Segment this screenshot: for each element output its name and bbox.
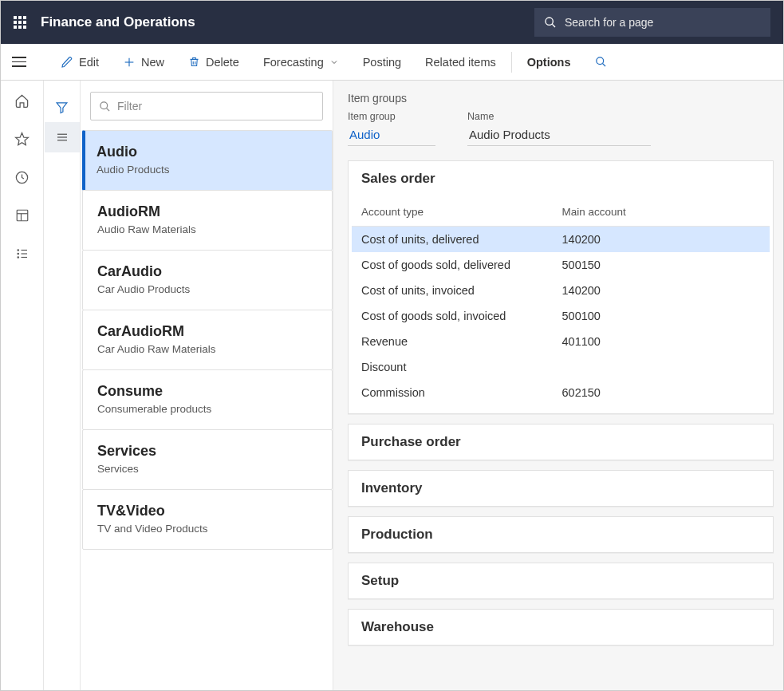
sales-order-table: Account type Main account Cost of units,…	[352, 198, 770, 405]
list-item[interactable]: AudioRMAudio Raw Materials	[82, 190, 333, 251]
list-item-code: AudioRM	[97, 203, 317, 220]
fasttab-label: Warehouse	[349, 610, 773, 645]
cell-account-type: Cost of units, invoiced	[352, 278, 553, 303]
list-item-code: CarAudio	[97, 263, 317, 280]
home-icon[interactable]	[14, 92, 31, 109]
list-filter-input[interactable]	[117, 100, 314, 113]
name-label: Name	[467, 111, 651, 122]
list-item[interactable]: CarAudioCar Audio Products	[82, 250, 333, 310]
page-title: Item groups	[348, 92, 774, 105]
svg-point-4	[596, 57, 603, 65]
detail-pane: Item groups Item group Audio Name Audio …	[333, 81, 783, 690]
fasttab-setup[interactable]: Setup	[348, 563, 774, 599]
table-row[interactable]: Revenue401100	[352, 329, 770, 354]
table-row[interactable]: Cost of units, delivered140200	[352, 227, 770, 253]
cell-account-type: Cost of goods sold, delivered	[352, 252, 553, 278]
list-item-code: Services	[97, 443, 317, 460]
left-nav-rail	[1, 81, 44, 690]
fasttab-inventory[interactable]: Inventory	[348, 470, 774, 507]
table-row[interactable]: Cost of units, invoiced140200	[352, 278, 770, 303]
edit-button[interactable]: Edit	[49, 44, 111, 80]
cell-account-type: Discount	[352, 354, 553, 380]
separator	[511, 52, 512, 73]
related-items-button[interactable]: Related items	[413, 44, 508, 80]
fasttab-purchase-order[interactable]: Purchase order	[348, 424, 774, 460]
favorites-icon[interactable]	[14, 130, 31, 148]
table-row[interactable]: Discount	[352, 354, 770, 380]
forecasting-label: Forecasting	[263, 56, 324, 69]
svg-point-21	[100, 101, 108, 109]
modules-icon[interactable]	[14, 245, 31, 263]
action-bar: Edit New Delete Forecasting Posting Rela…	[1, 44, 783, 81]
options-button[interactable]: Options	[515, 44, 583, 80]
list-filter[interactable]	[90, 92, 323, 120]
list-item-name: Audio Raw Materials	[97, 223, 317, 235]
posting-button[interactable]: Posting	[351, 44, 413, 80]
pencil-icon	[61, 56, 73, 69]
list-item-name: Services	[97, 463, 317, 475]
recent-icon[interactable]	[14, 168, 31, 186]
list-item-name: TV and Video Products	[97, 523, 317, 535]
delete-label: Delete	[206, 56, 239, 69]
edit-label: Edit	[79, 56, 99, 69]
col-account-type[interactable]: Account type	[352, 198, 553, 227]
new-button[interactable]: New	[111, 44, 176, 80]
posting-label: Posting	[363, 56, 401, 69]
svg-line-22	[107, 108, 109, 110]
search-icon	[99, 101, 111, 113]
cell-main-account: 140200	[553, 278, 770, 303]
new-label: New	[141, 56, 164, 69]
svg-rect-8	[17, 210, 28, 221]
list-item-name: Car Audio Products	[97, 283, 317, 295]
list-item-code: Consume	[97, 383, 317, 400]
global-search[interactable]	[534, 8, 770, 37]
global-search-input[interactable]	[565, 16, 761, 29]
fasttab-label: Production	[349, 517, 773, 552]
list-item[interactable]: AudioAudio Products	[82, 130, 333, 191]
item-group-value[interactable]: Audio	[348, 125, 435, 146]
workspaces-icon[interactable]	[14, 207, 31, 224]
list-item[interactable]: CarAudioRMCar Audio Raw Materials	[82, 310, 333, 370]
cell-main-account: 500100	[553, 303, 770, 329]
svg-marker-6	[16, 132, 29, 144]
nav-toggle-icon[interactable]	[12, 57, 34, 67]
list-item-code: Audio	[97, 144, 317, 160]
svg-point-11	[18, 250, 19, 251]
filter-column	[44, 81, 81, 690]
options-label: Options	[527, 56, 571, 69]
funnel-icon[interactable]	[45, 92, 80, 122]
fasttab-sales-order-header[interactable]: Sales order	[349, 161, 773, 196]
table-row[interactable]: Commission602150	[352, 380, 770, 405]
list-item-code: TV&Video	[97, 503, 317, 519]
cell-main-account: 401100	[553, 329, 770, 354]
delete-button[interactable]: Delete	[176, 44, 251, 80]
cell-account-type: Revenue	[352, 329, 553, 354]
app-launcher-icon[interactable]	[14, 16, 26, 29]
svg-point-13	[18, 257, 19, 259]
list-item[interactable]: ServicesServices	[82, 429, 333, 490]
fasttab-label: Setup	[349, 563, 773, 598]
fasttab-warehouse[interactable]: Warehouse	[348, 609, 774, 646]
chevron-down-icon	[329, 57, 339, 67]
main: AudioAudio ProductsAudioRMAudio Raw Mate…	[1, 81, 783, 690]
list-item[interactable]: ConsumeConsumerable products	[82, 369, 333, 430]
list-view-icon[interactable]	[45, 122, 80, 152]
table-row[interactable]: Cost of goods sold, invoiced500100	[352, 303, 770, 329]
col-main-account[interactable]: Main account	[553, 198, 770, 227]
page-search-button[interactable]	[583, 44, 619, 80]
list-item-name: Consumerable products	[97, 403, 317, 415]
table-row[interactable]: Cost of goods sold, delivered500150	[352, 252, 770, 278]
list-item[interactable]: TV&VideoTV and Video Products	[82, 489, 333, 550]
search-icon	[595, 56, 607, 68]
svg-line-1	[552, 24, 555, 27]
name-value[interactable]: Audio Products	[467, 125, 651, 146]
list-item-name: Car Audio Raw Materials	[97, 343, 317, 355]
svg-point-12	[18, 253, 19, 255]
svg-marker-17	[57, 102, 67, 113]
list-item-name: Audio Products	[97, 164, 317, 176]
fasttab-label: Inventory	[349, 471, 773, 506]
forecasting-menu[interactable]: Forecasting	[251, 44, 351, 80]
item-group-label: Item group	[348, 111, 435, 122]
search-icon	[544, 16, 557, 29]
fasttab-production[interactable]: Production	[348, 516, 774, 553]
